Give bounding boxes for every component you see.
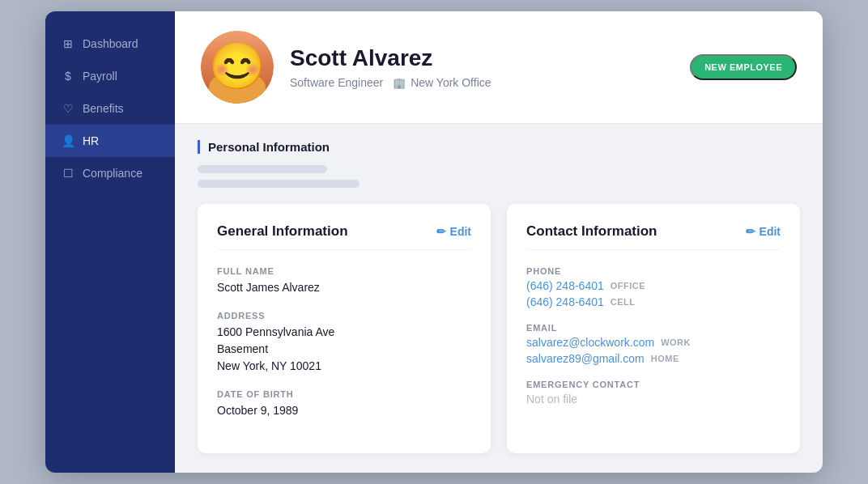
- skeleton-lines: [198, 165, 800, 188]
- sidebar-label-compliance: Compliance: [83, 167, 143, 180]
- new-employee-badge[interactable]: NEW EMPLOYEE: [690, 54, 797, 80]
- address-line3: New York, NY 10021: [217, 359, 321, 372]
- phone-office-type: OFFICE: [611, 281, 645, 291]
- main-content: Scott Alvarez Software Engineer 🏢 New Yo…: [175, 11, 823, 473]
- avatar: [201, 31, 274, 104]
- skeleton-line-2: [198, 180, 360, 188]
- avatar-image: [201, 31, 274, 104]
- dob-value: October 9, 1989: [217, 402, 471, 419]
- email-home-row: salvarez89@gmail.com HOME: [526, 352, 781, 365]
- dashboard-icon: ⊞: [62, 37, 74, 50]
- content-area: Personal Information General Information…: [175, 124, 823, 473]
- compliance-icon: ☐: [62, 167, 74, 180]
- sidebar-label-hr: HR: [83, 134, 99, 147]
- full-name-section: FULL NAME Scott James Alvarez: [217, 266, 471, 296]
- pencil-icon: ✏: [436, 225, 446, 238]
- profile-title: Software Engineer: [290, 76, 383, 89]
- email-home-type: HOME: [651, 354, 679, 363]
- contact-info-edit-button[interactable]: ✏ Edit: [746, 225, 781, 238]
- sidebar: ⊞ Dashboard $ Payroll ♡ Benefits 👤 HR ☐ …: [45, 11, 175, 473]
- email-label: EMAIL: [526, 323, 781, 333]
- email-work-type: WORK: [661, 338, 691, 347]
- contact-info-card: Contact Information ✏ Edit PHONE (646) 2…: [507, 204, 800, 453]
- profile-office: 🏢 New York Office: [393, 76, 491, 89]
- phone-office-row: (646) 248-6401 OFFICE: [526, 279, 781, 292]
- sidebar-item-payroll[interactable]: $ Payroll: [45, 60, 175, 92]
- general-info-edit-button[interactable]: ✏ Edit: [436, 225, 471, 238]
- address-line2: Basement: [217, 342, 268, 355]
- sidebar-item-compliance[interactable]: ☐ Compliance: [45, 157, 175, 189]
- cards-row: General Information ✏ Edit FULL NAME Sco…: [198, 204, 800, 453]
- contact-info-header: Contact Information ✏ Edit: [526, 223, 781, 250]
- phone-label: PHONE: [526, 266, 781, 276]
- hr-icon: 👤: [62, 134, 74, 147]
- general-info-edit-label: Edit: [450, 225, 471, 238]
- pencil-icon-contact: ✏: [746, 225, 755, 238]
- phone-cell-number[interactable]: (646) 248-6401: [526, 295, 604, 308]
- emergency-label: EMERGENCY CONTACT: [526, 380, 781, 389]
- phone-cell-row: (646) 248-6401 CELL: [526, 295, 781, 308]
- phone-section: PHONE (646) 248-6401 OFFICE (646) 248-64…: [526, 266, 781, 308]
- benefits-icon: ♡: [62, 102, 74, 115]
- address-section: ADDRESS 1600 Pennsylvania Ave Basement N…: [217, 311, 471, 375]
- sidebar-label-dashboard: Dashboard: [83, 37, 138, 50]
- full-name-label: FULL NAME: [217, 266, 471, 276]
- general-info-card: General Information ✏ Edit FULL NAME Sco…: [198, 204, 491, 453]
- dob-section: DATE OF BIRTH October 9, 1989: [217, 389, 471, 419]
- app-container: ⊞ Dashboard $ Payroll ♡ Benefits 👤 HR ☐ …: [45, 11, 823, 473]
- email-work-row: salvarez@clockwork.com WORK: [526, 336, 781, 349]
- general-info-header: General Information ✏ Edit: [217, 223, 471, 250]
- sidebar-label-benefits: Benefits: [83, 102, 124, 115]
- full-name-value: Scott James Alvarez: [217, 279, 471, 296]
- address-line1: 1600 Pennsylvania Ave: [217, 325, 334, 338]
- email-home-address[interactable]: salvarez89@gmail.com: [526, 352, 645, 365]
- dob-label: DATE OF BIRTH: [217, 389, 471, 399]
- profile-header: Scott Alvarez Software Engineer 🏢 New Yo…: [175, 11, 823, 124]
- phone-cell-type: CELL: [611, 297, 636, 307]
- address-label: ADDRESS: [217, 311, 471, 321]
- contact-info-title: Contact Information: [526, 223, 657, 240]
- emergency-section: EMERGENCY CONTACT Not on file: [526, 380, 781, 405]
- profile-office-name: New York Office: [411, 76, 491, 89]
- payroll-icon: $: [62, 70, 74, 83]
- contact-info-edit-label: Edit: [760, 225, 781, 238]
- sidebar-item-benefits[interactable]: ♡ Benefits: [45, 92, 175, 125]
- emergency-value: Not on file: [526, 393, 781, 405]
- general-info-title: General Information: [217, 223, 348, 240]
- sidebar-item-dashboard[interactable]: ⊞ Dashboard: [45, 28, 175, 60]
- building-icon: 🏢: [393, 77, 406, 89]
- email-section: EMAIL salvarez@clockwork.com WORK salvar…: [526, 323, 781, 365]
- sidebar-label-payroll: Payroll: [83, 70, 117, 83]
- section-title-personal: Personal Information: [198, 140, 800, 154]
- sidebar-item-hr[interactable]: 👤 HR: [45, 125, 175, 157]
- address-value: 1600 Pennsylvania Ave Basement New York,…: [217, 324, 471, 375]
- skeleton-line-1: [198, 165, 327, 173]
- email-work-address[interactable]: salvarez@clockwork.com: [526, 336, 654, 349]
- phone-office-number[interactable]: (646) 248-6401: [526, 279, 604, 292]
